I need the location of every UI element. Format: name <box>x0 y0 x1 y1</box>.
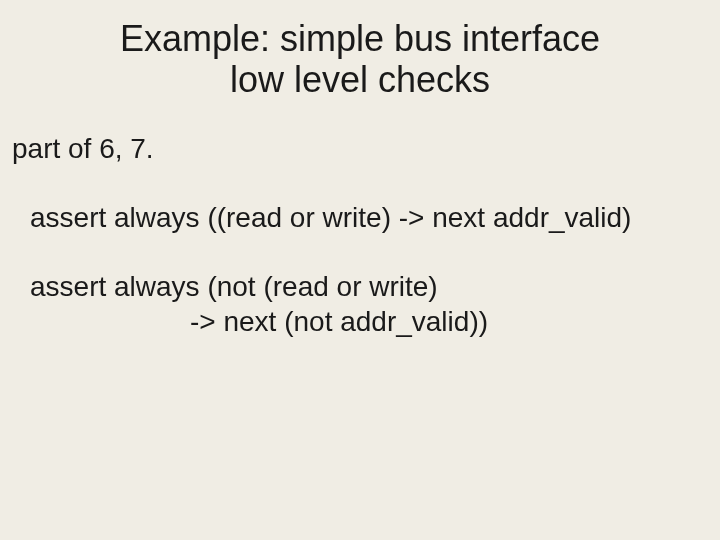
title-line-1: Example: simple bus interface <box>0 18 720 59</box>
subheading: part of 6, 7. <box>12 131 700 166</box>
assertion-2-line-1: assert always (not (read or write) <box>12 269 700 304</box>
title-line-2: low level checks <box>0 59 720 100</box>
assertion-2-line-2: -> next (not addr_valid)) <box>12 304 700 339</box>
assertion-1: assert always ((read or write) -> next a… <box>12 200 700 235</box>
slide-body: part of 6, 7. assert always ((read or wr… <box>0 101 720 339</box>
slide: Example: simple bus interface low level … <box>0 0 720 540</box>
slide-title: Example: simple bus interface low level … <box>0 0 720 101</box>
